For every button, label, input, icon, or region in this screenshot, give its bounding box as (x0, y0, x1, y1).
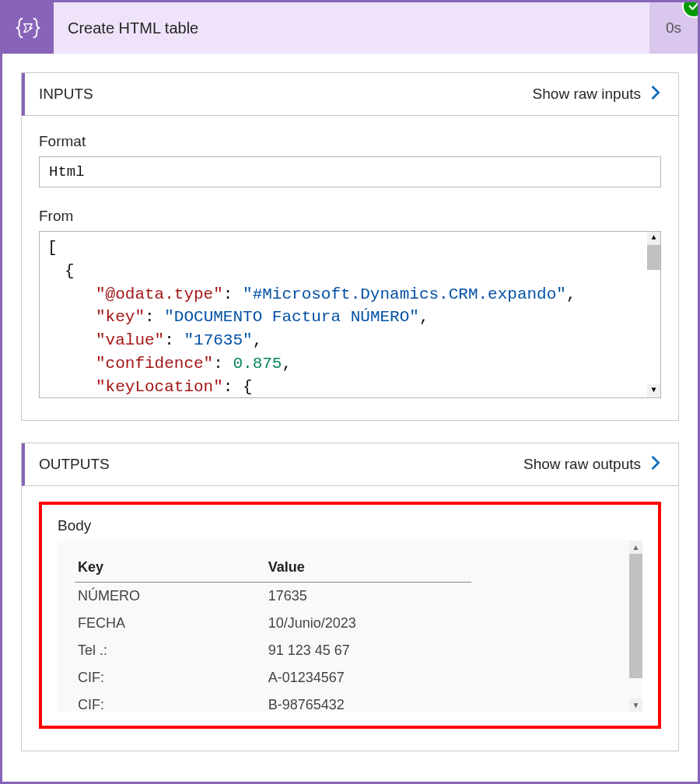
format-label: Format (39, 133, 661, 150)
json-token: "confidence" (96, 355, 213, 373)
table-row: FECHA 10/Junio/2023 (75, 610, 471, 637)
cell-value: A-01234567 (265, 664, 471, 691)
action-title: Create HTML table (54, 2, 649, 54)
inputs-body: Format Html From ▲ ▼ [ { "@odata.type": … (22, 116, 678, 420)
col-value-header: Value (265, 555, 471, 583)
action-icon (2, 2, 54, 54)
cell-key: NÚMERO (75, 583, 265, 611)
table-header-row: Key Value (75, 555, 471, 583)
json-token: "17635" (184, 331, 252, 349)
outputs-header: OUTPUTS Show raw outputs (22, 443, 678, 486)
cell-value: 17635 (265, 583, 471, 611)
outputs-table: Key Value NÚMERO 17635 FECHA 10/Ju (75, 555, 471, 712)
from-json-preview: ▲ ▼ [ { "@odata.type": "#Microsoft.Dynam… (39, 231, 661, 398)
json-token: "key" (96, 308, 145, 326)
json-token: "#Microsoft.Dynamics.CRM.expando" (243, 285, 566, 303)
table-row: NÚMERO 17635 (75, 583, 471, 611)
json-token: { (65, 262, 75, 280)
filter-braces-icon (14, 14, 42, 42)
table-row: CIF: B-98765432 (75, 691, 471, 712)
table-row: Tel .: 91 123 45 67 (75, 637, 471, 664)
scroll-up-icon[interactable]: ▲ (647, 232, 660, 245)
chevron-right-icon[interactable] (647, 454, 664, 474)
json-token: "value" (96, 331, 164, 349)
table-row: CIF: A-01234567 (75, 664, 471, 691)
highlighted-region: Body ▲ ▼ Key Value (39, 502, 661, 729)
col-key-header: Key (75, 555, 265, 583)
cell-value: 10/Junio/2023 (265, 610, 471, 637)
content-area: INPUTS Show raw inputs Format Html From … (2, 54, 698, 784)
scroll-up-icon[interactable]: ▲ (629, 541, 642, 554)
cell-key: CIF: (75, 691, 265, 712)
cell-key: CIF: (75, 664, 265, 691)
show-raw-inputs-link[interactable]: Show raw inputs (533, 86, 641, 103)
json-token: "DOCUMENTO Factura NÚMERO" (164, 308, 419, 326)
json-token: "@odata.type" (96, 285, 223, 303)
json-token: "keyLocation" (96, 378, 223, 396)
json-token: 0.875 (233, 355, 282, 373)
outputs-title: OUTPUTS (39, 456, 523, 473)
cell-key: FECHA (75, 610, 265, 637)
inputs-card: INPUTS Show raw inputs Format Html From … (21, 72, 679, 421)
scroll-thumb[interactable] (647, 245, 660, 270)
show-raw-outputs-link[interactable]: Show raw outputs (523, 456, 641, 473)
json-token: [ (47, 239, 58, 257)
json-token: { (243, 378, 253, 396)
chevron-right-icon[interactable] (647, 84, 664, 104)
scroll-thumb[interactable] (629, 554, 642, 678)
inputs-header: INPUTS Show raw inputs (22, 73, 678, 116)
cell-value: 91 123 45 67 (265, 637, 471, 664)
outputs-body: Body ▲ ▼ Key Value (22, 486, 678, 751)
inputs-title: INPUTS (39, 86, 533, 103)
format-value: Html (39, 156, 661, 187)
cell-value: B-98765432 (265, 691, 471, 712)
check-icon (687, 0, 700, 13)
scroll-down-icon[interactable]: ▼ (647, 384, 660, 397)
from-label: From (39, 208, 661, 225)
outputs-body-area: ▲ ▼ Key Value NÚMERO (58, 541, 642, 712)
action-title-bar: Create HTML table 0s (2, 2, 698, 54)
scroll-down-icon[interactable]: ▼ (629, 698, 642, 712)
body-label: Body (58, 517, 642, 534)
outputs-card: OUTPUTS Show raw outputs Body ▲ ▼ Key (21, 443, 679, 751)
cell-key: Tel .: (75, 637, 265, 664)
